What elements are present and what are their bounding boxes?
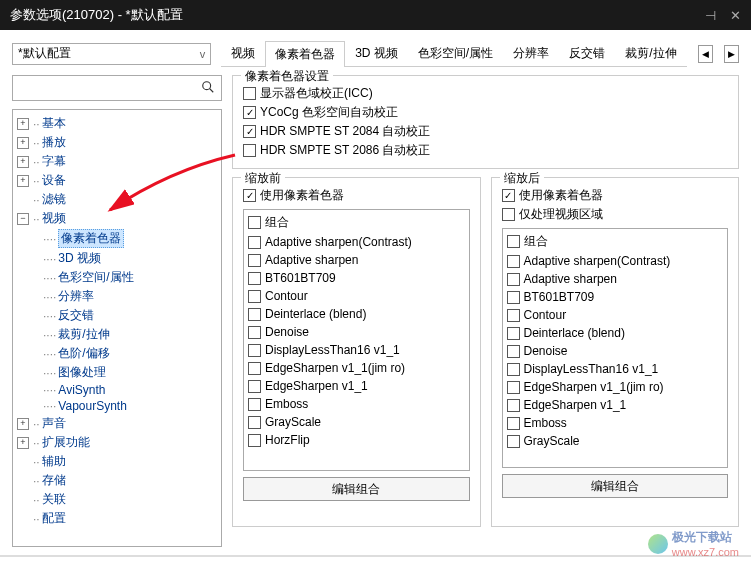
after-onlyvideo-checkbox[interactable]: 仅处理视频区域 [502, 205, 729, 224]
checkbox-row[interactable]: HorzFlip [248, 431, 465, 449]
after-edit-button[interactable]: 编辑组合 [502, 474, 729, 498]
checkbox-row[interactable]: Deinterlace (blend) [507, 324, 724, 342]
checkbox-box [248, 362, 261, 375]
checkbox-row[interactable]: Emboss [507, 414, 724, 432]
checkbox-row[interactable]: GrayScale [248, 413, 465, 431]
tab-3D 视频[interactable]: 3D 视频 [345, 40, 408, 66]
checkbox-row[interactable]: 显示器色域校正(ICC) [243, 84, 728, 103]
checkbox-row[interactable]: Deinterlace (blend) [248, 305, 465, 323]
expand-icon[interactable]: + [17, 118, 29, 130]
tree-node[interactable]: ··辅助 [15, 452, 219, 471]
tree-node[interactable]: ····AviSynth [15, 382, 219, 398]
expand-icon[interactable]: + [17, 437, 29, 449]
tree-node[interactable]: +··基本 [15, 114, 219, 133]
collapse-icon[interactable]: − [17, 213, 29, 225]
tree-label: 分辨率 [58, 288, 94, 305]
checkbox-label: Denoise [524, 344, 568, 358]
expand-icon[interactable]: + [17, 418, 29, 430]
checkbox-row[interactable]: BT601BT709 [248, 269, 465, 287]
tree-node[interactable]: ····裁剪/拉伸 [15, 325, 219, 344]
checkbox-label: BT601BT709 [265, 271, 336, 285]
tree-label: 视频 [42, 210, 66, 227]
checkbox-row[interactable]: Adaptive sharpen(Contrast) [248, 233, 465, 251]
checkbox-row[interactable]: DisplayLessThan16 v1_1 [507, 360, 724, 378]
before-scale-title: 缩放前 [241, 170, 285, 187]
tab-scroll-right[interactable]: ▶ [724, 45, 739, 63]
tree-node[interactable]: −··视频 [15, 209, 219, 228]
tree-node[interactable]: ····图像处理 [15, 363, 219, 382]
tree-node[interactable]: ····分辨率 [15, 287, 219, 306]
checkbox-row[interactable]: Emboss [248, 395, 465, 413]
profile-select[interactable]: *默认配置 v [12, 43, 211, 65]
checkbox-row[interactable]: GrayScale [507, 432, 724, 450]
checkbox-row[interactable]: Contour [248, 287, 465, 305]
checkbox-row[interactable]: Denoise [248, 323, 465, 341]
tree-node[interactable]: ····色彩空间/属性 [15, 268, 219, 287]
checkbox-row[interactable]: 组合 [507, 231, 724, 252]
before-edit-button[interactable]: 编辑组合 [243, 477, 470, 501]
tree-label: 字幕 [42, 153, 66, 170]
checkbox-row[interactable]: BT601BT709 [507, 288, 724, 306]
expand-icon[interactable]: + [17, 137, 29, 149]
checkbox-row[interactable]: HDR SMPTE ST 2086 自动校正 [243, 141, 728, 160]
checkbox-box [502, 208, 515, 221]
expand-icon[interactable]: + [17, 175, 29, 187]
expand-icon[interactable]: + [17, 156, 29, 168]
checkbox-row[interactable]: Adaptive sharpen(Contrast) [507, 252, 724, 270]
search-icon[interactable] [201, 80, 215, 97]
checkbox-box: ✓ [502, 189, 515, 202]
tree-node[interactable]: ··配置 [15, 509, 219, 528]
tree-label: 裁剪/拉伸 [58, 326, 109, 343]
checkbox-row[interactable]: 组合 [248, 212, 465, 233]
tree-node[interactable]: ····反交错 [15, 306, 219, 325]
after-onlyvideo-label: 仅处理视频区域 [519, 206, 603, 223]
checkbox-row[interactable]: Denoise [507, 342, 724, 360]
checkbox-row[interactable]: ✓HDR SMPTE ST 2084 自动校正 [243, 122, 728, 141]
checkbox-box [507, 381, 520, 394]
tab-scroll-left[interactable]: ◀ [698, 45, 713, 63]
tab-色彩空间/属性[interactable]: 色彩空间/属性 [408, 40, 503, 66]
search-input[interactable] [19, 81, 201, 95]
tab-像素着色器[interactable]: 像素着色器 [265, 41, 345, 67]
tab-分辨率[interactable]: 分辨率 [503, 40, 559, 66]
checkbox-row[interactable]: Contour [507, 306, 724, 324]
tab-裁剪/拉伸[interactable]: 裁剪/拉伸 [615, 40, 686, 66]
checkbox-row[interactable]: ✓YCoCg 色彩空间自动校正 [243, 103, 728, 122]
checkbox-row[interactable]: Adaptive sharpen [507, 270, 724, 288]
checkbox-row[interactable]: DisplayLessThan16 v1_1 [248, 341, 465, 359]
after-use-checkbox[interactable]: ✓ 使用像素着色器 [502, 186, 729, 205]
pin-icon[interactable]: ⊣ [705, 8, 716, 23]
tree-node[interactable]: ····VapourSynth [15, 398, 219, 414]
close-icon[interactable]: ✕ [730, 8, 741, 23]
tree-node[interactable]: +··声音 [15, 414, 219, 433]
chevron-down-icon: v [200, 48, 206, 60]
tab-视频[interactable]: 视频 [221, 40, 265, 66]
tree-label: 播放 [42, 134, 66, 151]
tree-node[interactable]: +··扩展功能 [15, 433, 219, 452]
checkbox-label: YCoCg 色彩空间自动校正 [260, 104, 398, 121]
tree-node[interactable]: ····3D 视频 [15, 249, 219, 268]
before-shader-list[interactable]: 组合Adaptive sharpen(Contrast)Adaptive sha… [243, 209, 470, 471]
checkbox-row[interactable]: Adaptive sharpen [248, 251, 465, 269]
tree-node[interactable]: ··关联 [15, 490, 219, 509]
checkbox-row[interactable]: EdgeSharpen v1_1(jim ro) [507, 378, 724, 396]
checkbox-box [248, 344, 261, 357]
tree-node[interactable]: +··播放 [15, 133, 219, 152]
before-scale-group: 缩放前 ✓ 使用像素着色器 组合Adaptive sharpen(Contras… [232, 177, 481, 527]
tree-node[interactable]: ··存储 [15, 471, 219, 490]
tree-node[interactable]: +··设备 [15, 171, 219, 190]
category-tree[interactable]: +··基本+··播放+··字幕+··设备··滤镜−··视频····像素着色器··… [12, 109, 222, 547]
window-buttons: ⊣ ✕ [705, 8, 741, 23]
checkbox-row[interactable]: EdgeSharpen v1_1 [248, 377, 465, 395]
checkbox-row[interactable]: EdgeSharpen v1_1(jim ro) [248, 359, 465, 377]
after-shader-list[interactable]: 组合Adaptive sharpen(Contrast)Adaptive sha… [502, 228, 729, 468]
checkbox-label: EdgeSharpen v1_1(jim ro) [524, 380, 664, 394]
tab-反交错[interactable]: 反交错 [559, 40, 615, 66]
checkbox-label: HDR SMPTE ST 2086 自动校正 [260, 142, 430, 159]
tree-node[interactable]: +··字幕 [15, 152, 219, 171]
tree-node[interactable]: ····色阶/偏移 [15, 344, 219, 363]
before-use-checkbox[interactable]: ✓ 使用像素着色器 [243, 186, 470, 205]
tree-node[interactable]: ··滤镜 [15, 190, 219, 209]
checkbox-row[interactable]: EdgeSharpen v1_1 [507, 396, 724, 414]
tree-node[interactable]: ····像素着色器 [15, 228, 219, 249]
